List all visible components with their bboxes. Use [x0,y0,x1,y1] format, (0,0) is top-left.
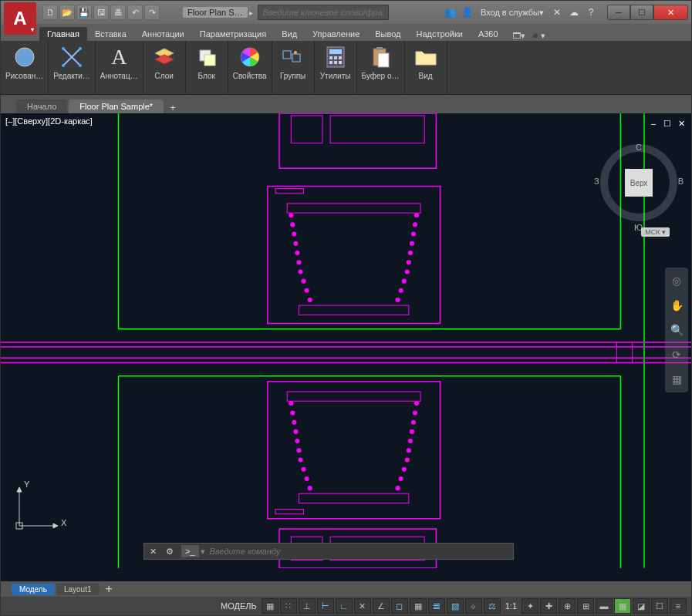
exchange-icon[interactable]: ✕ [550,5,564,19]
svg-point-54 [295,251,299,255]
viewcube-west[interactable]: З [594,177,599,186]
svg-rect-68 [299,493,408,503]
svg-marker-97 [17,487,22,492]
cmdline-options-icon[interactable]: ⚙ [163,544,177,558]
a360-icon[interactable]: ☁ [567,5,581,19]
qat-redo-button[interactable]: ↷ [144,5,160,20]
svg-point-63 [399,288,403,293]
svg-point-51 [411,232,416,237]
help-icon[interactable]: ? [584,5,598,19]
viewcube-north[interactable]: С [636,143,642,152]
isolate-objects-button[interactable]: ◪ [633,598,650,614]
zoom-icon[interactable]: 🔍 [668,321,685,338]
workspace-switch-button[interactable]: ✚ [540,598,557,614]
dynamic-input-toggle[interactable]: ⊢ [317,598,334,614]
showmotion-icon[interactable]: ▦ [668,371,685,388]
viewcube-top-face[interactable]: Верх [625,169,653,197]
ortho-toggle[interactable]: ∟ [336,598,353,614]
ribbon-tab-view[interactable]: Вид [274,27,305,41]
maximize-button[interactable]: ☐ [630,5,653,20]
drawing-canvas[interactable]: [–][Сверху][2D-каркас] – ☐ ✕ Верх С Ю В … [1,113,691,581]
snap-toggle[interactable]: ∷ [280,598,297,614]
viewcube[interactable]: Верх С Ю В З [600,144,677,221]
ribbon-tab-home[interactable]: Главная [39,27,87,41]
isodraft-toggle[interactable]: ∠ [373,598,390,614]
polar-toggle[interactable]: ✕ [354,598,371,614]
nav-wheel-icon[interactable]: ◎ [668,272,685,289]
infocenter-icon[interactable]: 👥 [444,5,457,19]
modelspace-button[interactable]: МОДЕЛЬ [218,598,260,614]
svg-point-89 [396,486,400,490]
ribbon-tab-a360[interactable]: A360 [471,27,506,41]
ribbon-panel-cycle-icon[interactable]: 🗖▾ [512,31,525,41]
layout-add-button[interactable]: + [101,582,117,596]
file-tab-document[interactable]: Floor Plan Sample* [69,99,164,113]
file-tab-start[interactable]: Начало [16,99,67,113]
qat-print-button[interactable]: 🖶 [110,5,126,20]
selection-cycling-toggle[interactable]: ⟐ [465,598,482,614]
command-input[interactable] [205,547,513,556]
help-search-input[interactable] [258,5,389,20]
qat-saveas-button[interactable]: 🖫 [93,5,109,20]
qat-undo-button[interactable]: ↶ [127,5,143,20]
annotation-monitor-toggle[interactable]: ⊕ [559,598,576,614]
groups-button[interactable] [277,42,309,72]
qat-save-button[interactable]: 💾 [76,5,92,20]
wcs-badge[interactable]: МСК ▾ [641,227,670,237]
3dosnap-toggle[interactable]: ▦ [410,598,427,614]
cmdline-close-icon[interactable]: ✕ [146,544,160,558]
ribbon-minimize-icon[interactable]: ◾▾ [530,31,545,41]
ribbon-tab-output[interactable]: Вывод [367,27,408,41]
ucs-icon[interactable]: X Y [12,480,66,535]
viewport-label[interactable]: [–][Сверху][2D-каркас] [5,116,93,126]
transparency-toggle[interactable]: ▧ [447,598,464,614]
app-menu-button[interactable]: A [4,2,36,35]
modify-button[interactable] [56,42,88,72]
hardware-accel-toggle[interactable]: ▦ [614,598,631,614]
layout-tab-model[interactable]: Модель [12,584,55,595]
ribbon-tab-addins[interactable]: Надстройки [409,27,471,41]
orbit-icon[interactable]: ⟳ [668,346,685,363]
title-dropdown-icon[interactable]: ▸ [249,8,253,17]
properties-button[interactable] [234,42,266,72]
block-button[interactable] [191,42,223,72]
annotation-visibility-toggle[interactable]: ✦ [522,598,538,614]
ribbon-tab-insert[interactable]: Вставка [87,27,134,41]
viewport-maximize-icon[interactable]: ☐ [662,118,673,129]
signin-icon[interactable]: 👤 [461,5,474,19]
close-button[interactable]: ✕ [653,5,688,20]
viewport-minimize-icon[interactable]: – [648,118,659,129]
scale-button[interactable]: 1:1 [502,598,520,614]
ribbon-tab-annotate[interactable]: Аннотации [134,27,192,41]
viewport-close-icon[interactable]: ✕ [676,118,687,129]
folder-icon [413,44,439,70]
quick-properties-toggle[interactable]: ▬ [596,598,613,614]
clipboard-button[interactable] [364,42,397,72]
units-button[interactable]: ⊞ [577,598,594,614]
svg-rect-18 [334,56,337,59]
clean-screen-toggle[interactable]: ☐ [651,598,668,614]
draw-button[interactable] [8,42,41,72]
customize-statusbar-button[interactable]: ≡ [670,598,687,614]
signin-button[interactable]: Вход в службы▾ [478,8,547,18]
lineweight-toggle[interactable]: 𝌆 [428,598,445,614]
svg-point-79 [408,439,413,443]
annoscale-button[interactable]: ⚖ [484,598,501,614]
file-tab-add-button[interactable]: + [165,102,181,113]
command-line[interactable]: ✕ ⚙ >_ ▾ [143,543,514,560]
qat-open-button[interactable]: 📂 [59,5,75,20]
pan-icon[interactable]: ✋ [668,297,685,314]
infer-constraints-toggle[interactable]: ⊥ [299,598,316,614]
layout-tab-layout1[interactable]: Layout1 [56,584,100,595]
grid-toggle[interactable]: ▦ [262,598,278,614]
utilities-button[interactable] [319,42,352,72]
viewcube-east[interactable]: В [678,177,684,186]
view-button[interactable] [410,42,442,72]
minimize-button[interactable]: ─ [607,5,630,20]
qat-new-button[interactable]: 🗋 [42,5,58,20]
ribbon-tab-manage[interactable]: Управление [305,27,367,41]
osnap-toggle[interactable]: ◻ [391,598,408,614]
annotation-button[interactable]: A [103,42,135,72]
layers-button[interactable] [148,42,181,72]
ribbon-tab-parametric[interactable]: Параметризация [192,27,274,41]
